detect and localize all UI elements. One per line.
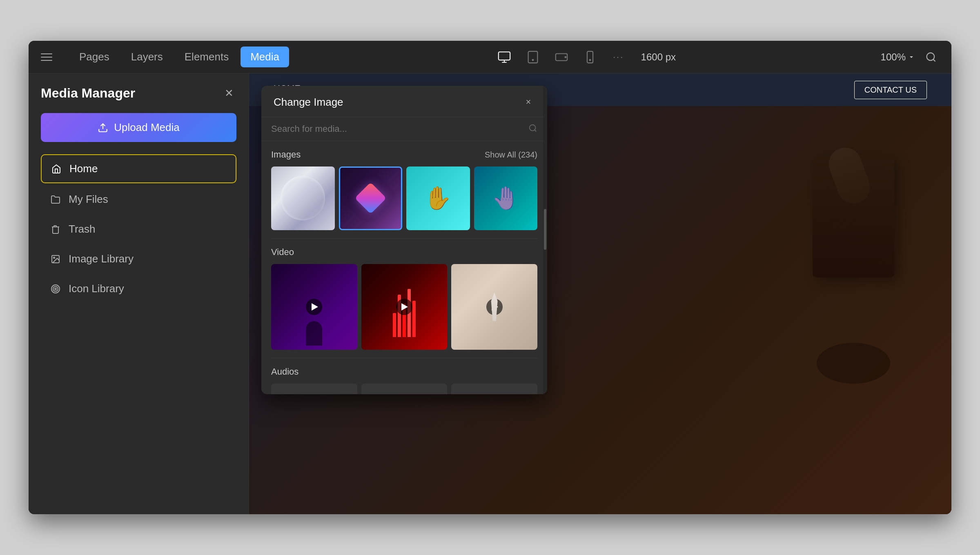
media-thumb-audio-2[interactable]: 🎙️ xyxy=(361,384,448,394)
images-section-header: Images Show All (234) xyxy=(271,149,537,160)
top-bar: Pages Layers Elements Media xyxy=(29,41,951,73)
modal-scrollbar-thumb[interactable] xyxy=(544,209,546,250)
modal-search-bar xyxy=(261,117,547,141)
modal-close-button[interactable]: × xyxy=(522,95,535,109)
modal-scrollbar[interactable] xyxy=(543,86,547,394)
audios-section-header: Audios xyxy=(271,366,537,377)
svg-rect-1 xyxy=(528,51,537,62)
search-button[interactable] xyxy=(923,49,939,65)
media-thumb-cube[interactable] xyxy=(339,166,403,230)
play-button-2[interactable] xyxy=(396,299,412,315)
main-content: Media Manager ✕ Upload Media xyxy=(29,73,951,514)
tab-layers[interactable]: Layers xyxy=(121,47,173,67)
device-toolbar: ··· 1600 px xyxy=(289,50,881,64)
modal-title: Change Image xyxy=(274,96,343,109)
sidebar-item-label-icon-library: Icon Library xyxy=(69,282,124,295)
change-image-modal: Change Image × xyxy=(261,86,547,394)
sidebar-item-label-home: Home xyxy=(69,162,98,175)
svg-rect-0 xyxy=(498,52,510,60)
tab-elements[interactable]: Elements xyxy=(175,47,238,67)
modal-overlay: Change Image × xyxy=(249,73,951,514)
svg-point-12 xyxy=(53,286,58,291)
sidebar-item-image-library[interactable]: Image Library xyxy=(41,245,236,273)
landscape-view-button[interactable] xyxy=(551,50,572,64)
play-button[interactable] xyxy=(306,299,322,315)
media-thumb-crystal[interactable] xyxy=(451,264,537,350)
folder-icon xyxy=(50,194,61,205)
sidebar-item-label-image-library: Image Library xyxy=(69,253,134,265)
svg-point-4 xyxy=(565,56,566,58)
sidebar-item-my-files[interactable]: My Files xyxy=(41,186,236,213)
images-section: Images Show All (234) xyxy=(271,141,537,239)
sidebar-navigation: Home My Files xyxy=(41,154,236,302)
sidebar-item-icon-library[interactable]: Icon Library xyxy=(41,275,236,302)
media-thumb-audio-1[interactable]: 🎙️ xyxy=(271,384,357,394)
sidebar-item-home[interactable]: Home xyxy=(41,154,236,183)
media-thumb-glass[interactable] xyxy=(271,166,335,230)
sidebar-close-button[interactable]: ✕ xyxy=(222,86,236,101)
video-section-header: Video xyxy=(271,247,537,258)
video-section: Video xyxy=(271,239,537,359)
search-input[interactable] xyxy=(271,124,523,134)
tablet-view-button[interactable] xyxy=(523,50,543,64)
images-show-all-link[interactable]: Show All (234) xyxy=(485,150,537,160)
media-thumb-blue-hand[interactable]: 🤚 xyxy=(474,166,538,230)
video-section-title: Video xyxy=(271,247,294,258)
svg-point-14 xyxy=(530,125,536,131)
sidebar-item-label-trash: Trash xyxy=(69,223,96,235)
play-triangle-icon-2 xyxy=(401,303,408,311)
media-thumb-concert[interactable] xyxy=(271,264,357,350)
top-bar-right: 100% xyxy=(881,49,939,65)
play-triangle-icon xyxy=(312,303,318,311)
audios-grid: 🎙️ 🎙️ 🎙️ xyxy=(271,384,537,394)
tab-media[interactable]: Media xyxy=(241,47,289,67)
sidebar-item-trash[interactable]: Trash xyxy=(41,215,236,243)
svg-rect-3 xyxy=(555,53,567,60)
audios-section: Audios 🎙️ 🎙️ 🎙️ xyxy=(271,358,537,394)
canvas-width-display: 1600 px xyxy=(641,51,676,63)
desktop-view-button[interactable] xyxy=(494,50,514,64)
media-thumb-audio-3[interactable]: 🎙️ xyxy=(451,384,537,394)
mobile-view-button[interactable] xyxy=(580,50,600,64)
app-window: Pages Layers Elements Media xyxy=(29,41,951,514)
menu-button[interactable] xyxy=(41,49,57,65)
svg-point-2 xyxy=(532,59,533,60)
images-grid: ✋ 🤚 xyxy=(271,166,537,230)
more-options-button[interactable]: ··· xyxy=(608,50,629,64)
search-icon xyxy=(528,124,537,134)
svg-point-10 xyxy=(53,257,55,258)
target-icon xyxy=(50,283,61,295)
modal-body: Images Show All (234) xyxy=(261,141,547,394)
nav-tabs: Pages Layers Elements Media xyxy=(69,47,289,67)
audios-section-title: Audios xyxy=(271,366,298,377)
media-manager-sidebar: Media Manager ✕ Upload Media xyxy=(29,73,249,514)
upload-media-button[interactable]: Upload Media xyxy=(41,113,236,142)
svg-point-13 xyxy=(55,288,56,290)
modal-header: Change Image × xyxy=(261,86,547,117)
video-grid xyxy=(271,264,537,350)
images-section-title: Images xyxy=(271,149,301,160)
svg-point-6 xyxy=(589,59,590,60)
sidebar-header: Media Manager ✕ xyxy=(41,86,236,101)
media-thumb-red-bars[interactable] xyxy=(361,264,448,350)
zoom-control[interactable]: 100% xyxy=(881,51,915,63)
sidebar-item-label-my-files: My Files xyxy=(69,193,108,206)
home-icon xyxy=(51,163,62,175)
canvas-area: HOME ABOUT US PROJECTS SERVICES CONTACT … xyxy=(249,73,951,514)
tab-pages[interactable]: Pages xyxy=(69,47,119,67)
trash-icon xyxy=(50,224,61,235)
media-thumb-hand[interactable]: ✋ xyxy=(406,166,470,230)
svg-point-7 xyxy=(927,53,935,60)
svg-rect-5 xyxy=(587,51,593,62)
image-icon xyxy=(50,253,61,265)
sidebar-title: Media Manager xyxy=(41,86,135,101)
